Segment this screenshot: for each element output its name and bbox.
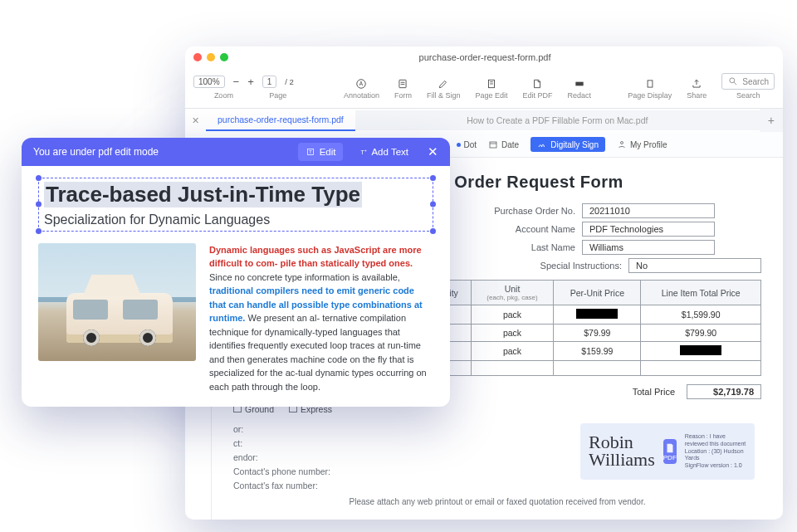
page-total: / 2 xyxy=(285,77,294,86)
tab-close[interactable]: ✕ xyxy=(185,110,206,130)
tab-active[interactable]: purchase-order-request-form.pdf xyxy=(206,110,355,131)
popup-body: Trace-based Just-in-Time Type Specializa… xyxy=(22,166,450,408)
sig-name-2: Williams xyxy=(589,451,655,469)
selected-text-box[interactable]: Trace-based Just-in-Time Type Specializa… xyxy=(38,178,433,232)
van-illustration xyxy=(66,293,173,343)
dot-icon xyxy=(457,143,461,147)
my-profile-button[interactable]: My Profile xyxy=(617,139,667,149)
svg-rect-5 xyxy=(648,81,653,87)
svg-rect-4 xyxy=(575,82,583,86)
svg-text:T: T xyxy=(309,149,312,154)
titlebar: purchase-order-request-form.pdf xyxy=(185,46,783,68)
edit-button[interactable]: T Edit xyxy=(298,143,344,161)
page-edit-icon xyxy=(486,78,497,90)
calendar-icon xyxy=(488,139,498,149)
popup-toolbar: You are under pdf edit mode T Edit T+ Ad… xyxy=(22,138,450,166)
article-paragraph[interactable]: Dynamic languages such as JavaScript are… xyxy=(209,243,433,394)
th-total: Line Item Total Price xyxy=(641,281,761,305)
po-no-value[interactable]: 20211010 xyxy=(582,203,715,218)
tab-add-button[interactable]: + xyxy=(760,109,783,132)
para-red: Dynamic languages such as JavaScript are… xyxy=(209,245,422,269)
dot-tool[interactable]: Dot xyxy=(457,140,477,149)
form-icon xyxy=(397,78,408,90)
add-text-icon: T+ xyxy=(357,147,367,157)
zoom-out-button[interactable]: − xyxy=(233,76,240,88)
date-tool[interactable]: Date xyxy=(488,139,519,149)
zoom-group: 100% − + Zoom xyxy=(193,71,254,100)
attachment-note: Please attach any web printout or email … xyxy=(212,497,783,506)
window-title: purchase-order-request-form.pdf xyxy=(233,52,736,62)
zoom-value[interactable]: 100% xyxy=(193,76,225,88)
resize-handle[interactable] xyxy=(36,228,42,234)
svg-rect-7 xyxy=(490,142,496,148)
sig-metadata: Reason : I have reviewed this document L… xyxy=(685,433,746,470)
resize-handle[interactable] xyxy=(430,228,436,234)
redact-bar xyxy=(576,309,618,319)
text-edit-icon: T xyxy=(306,147,315,157)
account-value[interactable]: PDF Technologies xyxy=(582,222,715,237)
th-perunit: Per-Unit Price xyxy=(554,281,641,305)
th-unit: Unit(each, pkg, case) xyxy=(471,281,554,305)
minimize-dot-icon[interactable] xyxy=(207,53,215,61)
pdf-badge-icon: PDF xyxy=(663,439,677,464)
zoom-in-button[interactable]: + xyxy=(247,76,254,88)
share-tool[interactable]: Share xyxy=(687,71,707,100)
digitally-sign-button[interactable]: Digitally Sign xyxy=(531,137,605,152)
page-group: 1 / 2 Page xyxy=(262,71,294,100)
edit-pdf-tool[interactable]: Edit PDF xyxy=(522,71,552,100)
total-label: Total Price xyxy=(633,387,675,397)
search-input[interactable]: Search xyxy=(721,73,775,90)
close-popup-button[interactable]: ✕ xyxy=(428,144,438,159)
article-content: Dynamic languages such as JavaScript are… xyxy=(38,243,433,394)
total-value: $2,719.78 xyxy=(687,384,761,399)
search-icon xyxy=(727,76,739,87)
svg-point-6 xyxy=(730,78,735,83)
svg-text:A: A xyxy=(359,81,364,86)
redact-icon xyxy=(574,78,585,90)
maximize-dot-icon[interactable] xyxy=(220,53,228,61)
page-number-input[interactable]: 1 xyxy=(262,76,277,88)
edit-mode-message: You are under pdf edit mode xyxy=(33,146,291,158)
edit-pdf-icon xyxy=(531,78,543,90)
main-toolbar: 100% − + Zoom 1 / 2 Page A Annotation Fo… xyxy=(185,68,783,109)
resize-handle[interactable] xyxy=(430,202,436,207)
svg-rect-2 xyxy=(399,80,406,87)
profile-icon xyxy=(617,139,627,149)
add-text-button[interactable]: T+ Add Text xyxy=(350,143,416,161)
last-value[interactable]: Williams xyxy=(582,240,715,255)
close-dot-icon[interactable] xyxy=(193,53,202,61)
redact-bar xyxy=(680,345,721,355)
edit-mode-popup: You are under pdf edit mode T Edit T+ Ad… xyxy=(22,138,450,407)
article-title[interactable]: Trace-based Just-in-Time Type xyxy=(44,182,362,207)
search-group: Search Search xyxy=(721,71,775,100)
page-edit-tool[interactable]: Page Edit xyxy=(475,71,507,100)
pen-icon xyxy=(438,78,449,90)
form-tool[interactable]: Form xyxy=(394,71,412,100)
sign-icon xyxy=(537,139,547,149)
zoom-label: Zoom xyxy=(214,91,233,100)
fill-sign-tool[interactable]: Fill & Sign xyxy=(427,71,461,100)
resize-handle[interactable] xyxy=(36,202,42,207)
annotation-icon: A xyxy=(355,78,367,90)
page-display-icon xyxy=(644,78,656,90)
page-display-tool[interactable]: Page Display xyxy=(628,71,672,100)
document-tabs: ✕ purchase-order-request-form.pdf How to… xyxy=(185,109,783,132)
svg-text:+: + xyxy=(364,148,367,152)
tab-background[interactable]: How to Create a PDF Fillable Form on Mac… xyxy=(355,110,760,130)
svg-point-8 xyxy=(621,142,623,144)
annotation-tool[interactable]: A Annotation xyxy=(344,71,379,100)
digital-signature-card[interactable]: Robin Williams PDF Reason : I have revie… xyxy=(580,423,755,480)
article-subtitle[interactable]: Specialization for Dynamic Languages xyxy=(44,212,428,227)
share-icon xyxy=(691,78,702,90)
special-value[interactable]: No xyxy=(628,258,761,273)
article-image xyxy=(38,243,196,361)
page-label: Page xyxy=(269,91,286,100)
redact-tool[interactable]: Redact xyxy=(568,71,592,100)
